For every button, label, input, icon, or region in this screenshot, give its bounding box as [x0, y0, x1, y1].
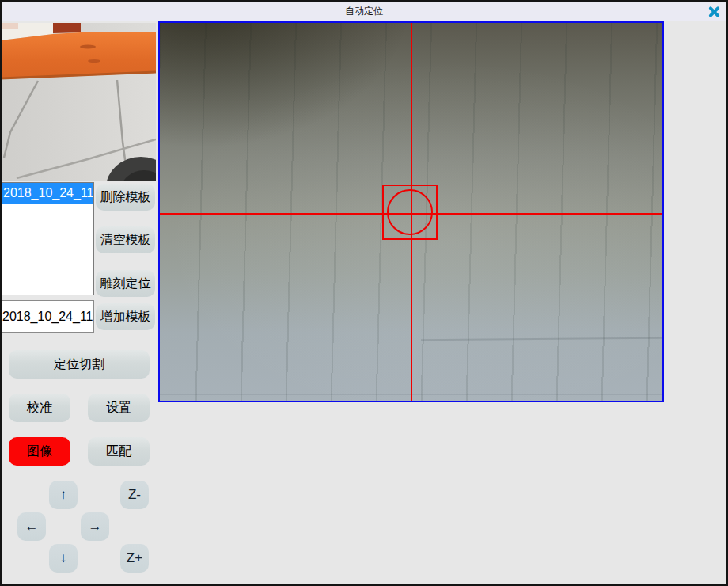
engrave-position-button[interactable]: 雕刻定位	[96, 270, 155, 297]
clear-templates-button[interactable]: 清空模板	[96, 226, 155, 253]
window-title: 自动定位	[345, 5, 383, 18]
template-list-item-selected[interactable]: 2018_10_24_11	[2, 183, 93, 204]
close-button[interactable]	[706, 4, 722, 18]
settings-button[interactable]: 设置	[88, 394, 150, 422]
image-button[interactable]: 图像	[9, 437, 70, 466]
calibrate-button[interactable]: 校准	[9, 394, 70, 422]
template-preview-graphic	[1, 23, 156, 181]
title-bar: 自动定位	[2, 2, 726, 21]
jog-down-button[interactable]: ↓	[49, 544, 78, 573]
jog-up-button[interactable]: ↑	[49, 481, 78, 509]
camera-feed[interactable]	[158, 21, 664, 402]
auto-position-dialog: 自动定位	[0, 0, 728, 586]
add-template-button[interactable]: 增加模板	[96, 303, 155, 330]
jog-z-minus-button[interactable]: Z-	[120, 481, 149, 509]
template-list[interactable]: 2018_10_24_11	[1, 182, 94, 295]
jog-right-button[interactable]: →	[81, 512, 109, 541]
target-circle	[387, 189, 433, 235]
position-cut-button[interactable]: 定位切割	[9, 350, 150, 379]
template-preview-image	[1, 23, 156, 181]
jog-z-plus-button[interactable]: Z+	[120, 544, 149, 573]
match-button[interactable]: 匹配	[88, 437, 150, 466]
jog-left-button[interactable]: ←	[17, 512, 46, 541]
template-name-input[interactable]	[1, 300, 94, 333]
ceiling-seam	[421, 337, 662, 341]
delete-template-button[interactable]: 删除模板	[96, 184, 155, 211]
